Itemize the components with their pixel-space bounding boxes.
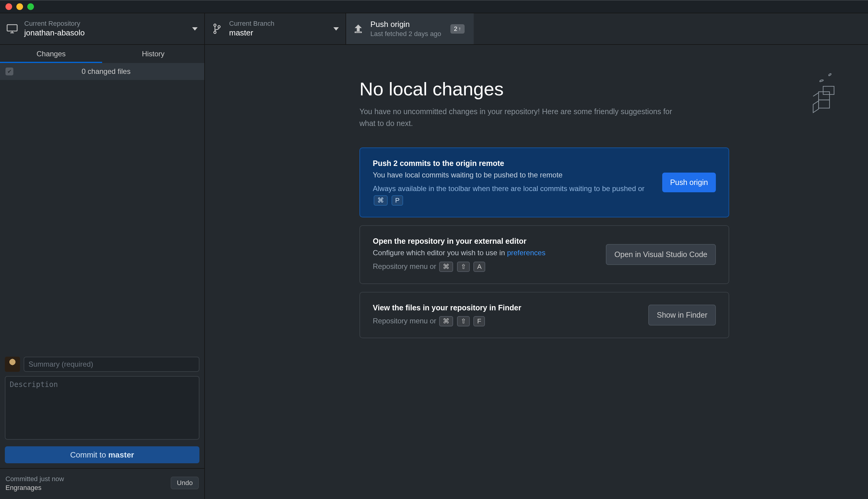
titlebar [0, 0, 868, 13]
undo-line2: Engranages [5, 484, 171, 492]
push-label: Push origin [370, 20, 441, 30]
card-title: Push 2 commits to the origin remote [373, 159, 653, 168]
svg-point-1 [214, 24, 216, 26]
avatar [5, 357, 20, 372]
kbd-a: A [473, 261, 485, 272]
main: Changes History ✔ 0 changed files Commit… [0, 45, 868, 499]
current-branch-selector[interactable]: Current Branch master [205, 13, 346, 44]
show-in-finder-button[interactable]: Show in Finder [648, 305, 716, 326]
card-title: View the files in your repository in Fin… [373, 303, 639, 312]
commit-form: Commit to master [0, 352, 204, 468]
push-origin-button[interactable]: Push origin Last fetched 2 days ago 2↑ [346, 13, 474, 44]
window-minimize-button[interactable] [16, 3, 23, 10]
push-badge-count: 2 [454, 25, 457, 33]
commit-button[interactable]: Commit to master [5, 446, 199, 463]
push-subtitle: Last fetched 2 days ago [370, 30, 441, 38]
file-list [0, 80, 204, 352]
commit-description-input[interactable] [5, 376, 199, 440]
current-repository-selector[interactable]: Current Repository jonathan-abasolo [0, 13, 205, 44]
branch-name: master [229, 28, 330, 38]
svg-rect-0 [7, 25, 17, 31]
commit-button-branch: master [108, 450, 134, 459]
select-all-checkbox[interactable]: ✔ [5, 68, 13, 75]
commit-summary-input[interactable] [24, 357, 199, 372]
kbd-p: P [392, 195, 403, 206]
card-hint: Always available in the toolbar when the… [373, 183, 653, 206]
push-badge: 2↑ [450, 24, 465, 34]
arrow-up-icon: ↑ [459, 26, 461, 32]
undo-line1: Committed just now [5, 474, 171, 484]
card-title: Open the repository in your external edi… [373, 237, 597, 246]
window-close-button[interactable] [5, 3, 12, 10]
tab-history[interactable]: History [102, 45, 204, 63]
repo-name: jonathan-abasolo [24, 28, 189, 38]
repo-label: Current Repository [24, 20, 189, 28]
changed-files-count: 0 changed files [13, 67, 199, 76]
chevron-down-icon [333, 27, 339, 31]
branch-label: Current Branch [229, 20, 330, 28]
preferences-link[interactable]: preferences [507, 248, 546, 257]
kbd-cmd: ⌘ [439, 316, 453, 326]
kbd-shift: ⇧ [457, 261, 470, 272]
push-origin-card-button[interactable]: Push origin [662, 173, 716, 192]
chevron-down-icon [192, 27, 198, 31]
undo-bar: Committed just now Engranages Undo [0, 468, 204, 499]
card-hint: Repository menu or ⌘ ⇧ A [373, 261, 597, 272]
svg-rect-5 [819, 100, 830, 108]
kbd-cmd: ⌘ [374, 195, 388, 206]
toolbar: Current Repository jonathan-abasolo Curr… [0, 13, 868, 45]
card-line: You have local commits waiting to be pus… [373, 171, 653, 179]
card-hint: Repository menu or ⌘ ⇧ F [373, 315, 639, 327]
svg-rect-4 [819, 92, 830, 100]
card-line: Configure which editor you wish to use i… [373, 248, 597, 257]
svg-point-3 [218, 25, 220, 27]
kbd-shift: ⇧ [457, 316, 470, 326]
upload-icon [353, 25, 364, 33]
content: No local changes You have no uncommitted… [205, 45, 868, 499]
hero-title: No local changes [359, 78, 780, 100]
svg-rect-6 [823, 86, 834, 95]
sidebar-tabs: Changes History [0, 45, 204, 63]
window-maximize-button[interactable] [27, 3, 34, 10]
push-commits-card: Push 2 commits to the origin remote You … [359, 147, 729, 218]
hero-subtitle: You have no uncommitted changes in your … [359, 106, 681, 129]
tab-changes[interactable]: Changes [0, 45, 102, 63]
open-editor-button[interactable]: Open in Visual Studio Code [606, 244, 716, 265]
changes-header: ✔ 0 changed files [0, 63, 204, 80]
show-in-finder-card: View the files in your repository in Fin… [359, 292, 729, 338]
open-editor-card: Open the repository in your external edi… [359, 225, 729, 284]
commit-button-prefix: Commit to [70, 450, 108, 459]
sidebar: Changes History ✔ 0 changed files Commit… [0, 45, 205, 499]
svg-point-2 [214, 31, 216, 33]
kbd-f: F [473, 316, 485, 326]
illustration-icon [792, 69, 838, 114]
kbd-cmd: ⌘ [439, 261, 453, 272]
desktop-icon [7, 24, 17, 33]
git-branch-icon [212, 24, 223, 34]
undo-button[interactable]: Undo [171, 477, 199, 489]
